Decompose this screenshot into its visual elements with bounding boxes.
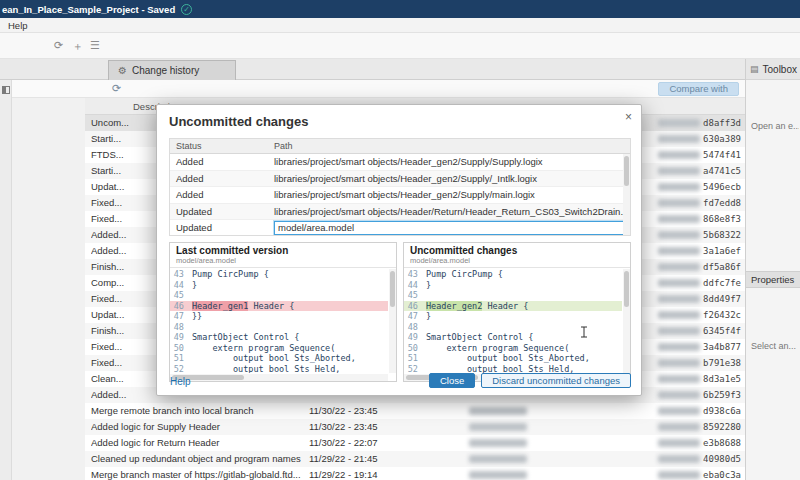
diff-left-hscrollbar[interactable] (170, 374, 388, 381)
add-icon[interactable]: ＋ (72, 39, 83, 54)
compare-with-button[interactable]: Compare with (658, 82, 739, 96)
code-line: 44} (170, 280, 388, 291)
commit-id: 8592280 (658, 419, 741, 435)
code-line: 45 (404, 290, 622, 301)
commit-id: 6b259f3 (658, 387, 741, 403)
refresh-icon[interactable]: ⟳ (54, 39, 63, 52)
commit-id: 630a389 (658, 131, 741, 147)
tab-change-history[interactable]: ⚙ Change history (108, 60, 236, 80)
commit-id: 8dd49f7 (658, 291, 741, 307)
commit-id: 3a4b877 (658, 339, 741, 355)
code-line: 50 extern program Sequence( (404, 343, 622, 354)
code-line: 50 extern program Sequence( (170, 343, 388, 354)
diff-left-vscrollbar[interactable] (389, 269, 396, 373)
commit-author-redacted (469, 419, 599, 435)
close-icon[interactable]: × (625, 110, 632, 124)
commit-description: Added logic for Supply Header (91, 419, 303, 435)
commit-id: d938c6a (658, 403, 741, 419)
code-line: 51 output bool Sts_Aborted, (404, 353, 622, 364)
commit-id: a4741c5 (658, 163, 741, 179)
files-table-header: Status Path (170, 139, 630, 154)
commit-id: 6345f4f (658, 323, 741, 339)
history-action-row: ⟳ Compare with (12, 80, 745, 98)
code-line: 51 output bool Sts_Aborted, (170, 353, 388, 364)
commit-description: Added logic for Return Header (91, 435, 303, 451)
refresh-history-icon[interactable]: ⟳ (112, 82, 121, 95)
commit-id: df5a86f (658, 259, 741, 275)
commit-description: Merge remote branch into local branch (91, 403, 303, 419)
code-line: 43Pump CircPump { (170, 269, 388, 280)
commit-description: Cleaned up redundant object and program … (91, 451, 303, 467)
left-gutter (12, 80, 85, 480)
history-row[interactable]: Added logic for Return Header11/30/22 - … (85, 435, 745, 451)
commit-author-redacted (469, 451, 599, 467)
file-row[interactable]: Addedlibraries/project/smart objects/Hea… (170, 154, 630, 171)
diff-left-pane: Last committed version model/area.model … (169, 242, 397, 382)
toolbox-header[interactable]: ▤ Toolbox (746, 59, 800, 80)
diff-right-pane: Uncommitted changes model/area.model 43P… (403, 242, 631, 382)
file-row[interactable]: Updatedmodel/area.model (170, 220, 630, 236)
panel-toggle-icon[interactable] (2, 86, 10, 94)
path-edit-field[interactable]: model/area.model (274, 221, 626, 235)
code-line: 46Header_gen1 Header { (170, 301, 388, 312)
code-line: 52 output bool Sts_Held, (170, 364, 388, 374)
commit-author-redacted (469, 403, 599, 419)
commit-date: 11/30/22 - 22:07 (309, 435, 429, 451)
menu-help[interactable]: Help (0, 20, 36, 31)
file-path: libraries/project/smart objects/Header_g… (270, 171, 630, 187)
discard-uncommitted-changes-button[interactable]: Discard uncommitted changes (481, 373, 631, 388)
code-line: 49SmartObject Control { (404, 332, 622, 343)
file-status: Updated (170, 220, 270, 236)
left-sidebar-strip (0, 80, 12, 480)
saved-check-icon: ✓ (181, 4, 192, 15)
history-row[interactable]: Added logic for Supply Header11/30/22 - … (85, 419, 745, 435)
diff-right-code[interactable]: 43Pump CircPump {44}4546Header_gen2 Head… (404, 269, 622, 373)
history-row[interactable]: Merge branch master of https://gitlab-gl… (85, 467, 745, 480)
history-row[interactable]: Cleaned up redundant object and program … (85, 451, 745, 467)
window-titlebar: ean_In_Place_Sample_Project - Saved ✓ (0, 0, 800, 18)
uncommitted-changes-dialog: Uncommitted changes × Status Path Addedl… (156, 104, 642, 396)
properties-header[interactable]: Properties (746, 271, 800, 288)
commit-date: 11/30/22 - 23:45 (309, 419, 429, 435)
files-scrollbar[interactable] (623, 154, 630, 235)
file-path: model/area.model (270, 220, 630, 236)
menubar: Help (0, 18, 800, 33)
code-line: 47}} (170, 311, 388, 322)
commit-id: 3a1a6ef (658, 243, 741, 259)
commit-author-redacted (469, 435, 599, 451)
file-row[interactable]: Updatedlibraries/project/smart objects/H… (170, 204, 630, 221)
history-row[interactable]: Merge remote branch into local branch11/… (85, 403, 745, 419)
diff-right-title: Uncommitted changes (410, 245, 624, 256)
commit-id: 868e8f3 (658, 211, 741, 227)
commit-id: f26432c (658, 307, 741, 323)
diff-left-code[interactable]: 43Pump CircPump {44}4546Header_gen1 Head… (170, 269, 388, 373)
window-title: ean_In_Place_Sample_Project - Saved (2, 4, 175, 15)
gear-icon: ⚙ (118, 65, 127, 76)
code-line: 49SmartObject Control { (170, 332, 388, 343)
list-icon[interactable]: ☰ (90, 39, 100, 52)
code-line: 44} (404, 280, 622, 291)
tab-row: ⚙ Change history (0, 59, 800, 80)
close-button[interactable]: Close (429, 373, 475, 388)
code-line: 46Header_gen2 Header { (404, 301, 622, 312)
properties-hint-text: Select an... (751, 341, 799, 351)
diff-right-vscrollbar[interactable] (623, 269, 630, 373)
toolbox-title: Toolbox (763, 64, 797, 75)
help-link[interactable]: Help (170, 376, 191, 387)
commit-date: 11/30/22 - 23:45 (309, 403, 429, 419)
file-path: libraries/project/smart objects/Header_g… (270, 187, 630, 203)
diff-right-subtitle: model/area.model (410, 256, 624, 265)
right-panel: ▤ Toolbox Open an e... Properties Select… (745, 59, 800, 480)
file-path: libraries/project/smart objects/Header/R… (270, 204, 630, 220)
commit-id: 5474f41 (658, 147, 741, 163)
code-line: 48 (404, 322, 622, 333)
file-row[interactable]: Addedlibraries/project/smart objects/Hea… (170, 171, 630, 188)
file-rows: Addedlibraries/project/smart objects/Hea… (170, 154, 630, 236)
file-status: Added (170, 154, 270, 170)
code-line: 52 output bool Sts_Held, (404, 364, 622, 374)
file-row[interactable]: Addedlibraries/project/smart objects/Hea… (170, 187, 630, 204)
diff-view: Last committed version model/area.model … (169, 242, 631, 382)
commit-author-redacted (469, 467, 599, 480)
commit-id: fd7edd8 (658, 195, 741, 211)
toolbar-icon-row: ⟳ ＋ ☰ (0, 33, 800, 59)
